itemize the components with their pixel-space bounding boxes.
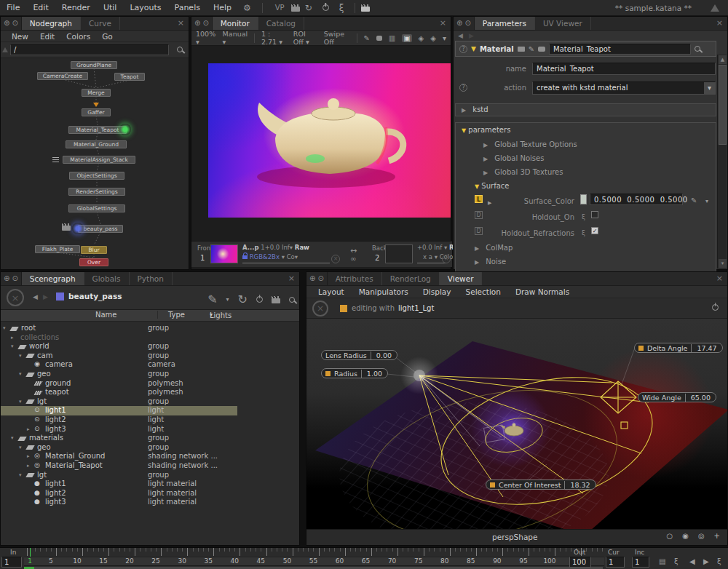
nodegraph-menu-colors[interactable]: Colors: [61, 31, 95, 41]
node-badge-icon[interactable]: [518, 47, 525, 52]
expand-icon[interactable]: ▾: [19, 371, 22, 377]
node-material-teapot[interactable]: Material_Teapot: [68, 126, 127, 134]
frame-tick-60[interactable]: 60: [336, 557, 344, 565]
node-objectsettings[interactable]: ObjectSettings: [69, 172, 124, 180]
crosshair-icon[interactable]: ◈: [430, 34, 436, 42]
frame-tick-30[interactable]: 30: [178, 557, 186, 565]
tab-curve[interactable]: Curve: [81, 17, 120, 30]
power-icon[interactable]: [256, 296, 263, 303]
group-global-3d-textures[interactable]: ▶ Global 3D Textures: [462, 165, 716, 179]
expand-icon[interactable]: ▸: [11, 335, 14, 341]
refresh-icon[interactable]: ↻: [300, 3, 317, 13]
scenegraph-row-material-teapot[interactable]: ▸◎Material_Teapotshading network ...: [1, 461, 237, 471]
back-thumbnail[interactable]: [385, 244, 413, 263]
scenegraph-row-teapot[interactable]: teapotpolymesh: [1, 388, 237, 397]
scenegraph-row-material-ground[interactable]: ▸◎Material_Groundshading network ...: [1, 452, 237, 461]
forward-icon[interactable]: ▶: [469, 32, 474, 41]
group-global-noises[interactable]: ▶ Global Noises: [462, 151, 716, 165]
expand-icon[interactable]: ▾: [3, 325, 6, 331]
front-info-line1[interactable]: A...p 1+0.0 Inf▾ Raw: [242, 244, 309, 251]
frame-tick-10[interactable]: 10: [73, 557, 81, 565]
current-frame-input[interactable]: [606, 557, 625, 568]
pane-add-icon[interactable]: ⊕: [4, 275, 9, 282]
in-frame-input[interactable]: [1, 557, 22, 568]
view-flag-icon[interactable]: [93, 103, 99, 107]
menu-layouts[interactable]: Layouts: [123, 0, 167, 16]
expression-toggle-icon[interactable]: ξ: [582, 211, 585, 223]
warning-icon[interactable]: [711, 4, 719, 12]
pane-menu-icon[interactable]: ⊙: [12, 275, 17, 282]
nodegraph-menu-edit[interactable]: Edit: [35, 31, 60, 41]
out-frame-input[interactable]: [569, 557, 591, 568]
frame-tick-95[interactable]: 95: [519, 557, 527, 565]
expand-caret-icon[interactable]: ▼: [471, 45, 476, 52]
pixel-probe-icon[interactable]: ✎: [363, 34, 369, 42]
tab-nodegraph[interactable]: Nodegraph: [22, 17, 81, 30]
frame-tick-100[interactable]: 100: [543, 557, 555, 565]
set-key-icon[interactable]: ξ: [674, 557, 678, 565]
pane-add-icon[interactable]: ⊕: [4, 20, 9, 27]
viewer-menu-draw-normals[interactable]: Draw Normals: [510, 286, 575, 298]
node-over[interactable]: Over: [79, 258, 108, 266]
scenegraph-row-lgt[interactable]: ▾lgtgroup: [1, 397, 237, 407]
frame-tick-40[interactable]: 40: [231, 557, 239, 565]
node-cameracreate[interactable]: CameraCreate: [37, 72, 88, 80]
scenegraph-row-light3[interactable]: ▸⊙light3light: [1, 425, 237, 434]
node-globalsettings[interactable]: GlobalSettings: [68, 204, 125, 212]
viewer-menu-layout[interactable]: Layout: [312, 286, 350, 298]
render-icon[interactable]: [272, 298, 280, 303]
search-icon[interactable]: [695, 46, 700, 52]
close-icon[interactable]: ×: [284, 272, 299, 285]
scroll-up-icon[interactable]: ▲: [719, 55, 727, 64]
center-icon[interactable]: ◎: [698, 532, 705, 540]
scroll-down-icon[interactable]: ▾: [719, 259, 727, 268]
playhead[interactable]: [30, 548, 31, 557]
scenegraph-row-light3[interactable]: ●light3light material: [1, 498, 237, 507]
tab-scenegraph[interactable]: Scenegraph: [22, 272, 84, 285]
search-icon[interactable]: [177, 47, 183, 52]
nodegraph-menu-go[interactable]: Go: [97, 31, 118, 41]
name-value-input[interactable]: [532, 63, 716, 75]
frame-tick-65[interactable]: 65: [362, 557, 370, 565]
clear-front-icon[interactable]: ×: [331, 255, 340, 263]
close-icon[interactable]: ×: [712, 17, 727, 30]
action-dropdown[interactable]: create with kstd material ▾: [532, 81, 716, 95]
camera-name-label[interactable]: perspShape: [492, 533, 537, 541]
expand-icon[interactable]: ▾: [19, 399, 22, 405]
frame-tick-90[interactable]: 90: [493, 557, 501, 565]
kstd-section[interactable]: ▶ kstd: [455, 103, 716, 116]
pane-menu-icon[interactable]: ⊙: [202, 20, 208, 27]
node-search-input[interactable]: [10, 44, 169, 55]
help-icon[interactable]: ?: [459, 45, 467, 53]
node-name-input[interactable]: [549, 44, 691, 55]
viewer-menu-display[interactable]: Display: [417, 286, 457, 298]
expand-icon[interactable]: ▾: [11, 435, 14, 441]
menu-render[interactable]: Render: [55, 0, 97, 16]
scenegraph-row-geo[interactable]: ▾geogroup: [1, 370, 237, 379]
back-icon[interactable]: ◀: [33, 293, 38, 301]
clear-view-icon[interactable]: ×: [7, 289, 24, 306]
holdout-on-checkbox[interactable]: [591, 211, 598, 218]
render-queue-icon[interactable]: [361, 7, 370, 12]
exposure-select[interactable]: 1 : 2.71 ▾: [261, 30, 287, 46]
tab-python[interactable]: Python: [130, 272, 173, 285]
color-swatch[interactable]: [580, 194, 587, 204]
scenegraph-row-lgt[interactable]: ▾lgtgroup: [1, 471, 237, 480]
node-gaffer[interactable]: Gaffer: [82, 108, 111, 116]
close-icon[interactable]: ×: [435, 17, 451, 30]
link-buffers-icon[interactable]: ∞: [350, 255, 356, 263]
pane-menu-icon[interactable]: ⊙: [12, 20, 17, 27]
column-name[interactable]: Name: [95, 311, 117, 319]
expand-icon[interactable]: ▾: [19, 472, 22, 478]
node-blur[interactable]: Blur: [81, 246, 107, 254]
node-rendersettings[interactable]: RenderSettings: [68, 188, 125, 196]
frame-tick-80[interactable]: 80: [440, 557, 448, 565]
wrench-icon[interactable]: ✎: [529, 45, 534, 53]
frame-tick-25[interactable]: 25: [151, 557, 159, 565]
surface-group-row[interactable]: ▼ Surface: [462, 179, 716, 193]
eyedropper-icon[interactable]: ✎: [691, 195, 697, 207]
menu-panels[interactable]: Panels: [168, 0, 207, 16]
key-nav-icon[interactable]: ξ: [717, 557, 721, 565]
node-teapot[interactable]: Teapot: [114, 73, 145, 81]
timeline-ruler[interactable]: [24, 548, 604, 557]
